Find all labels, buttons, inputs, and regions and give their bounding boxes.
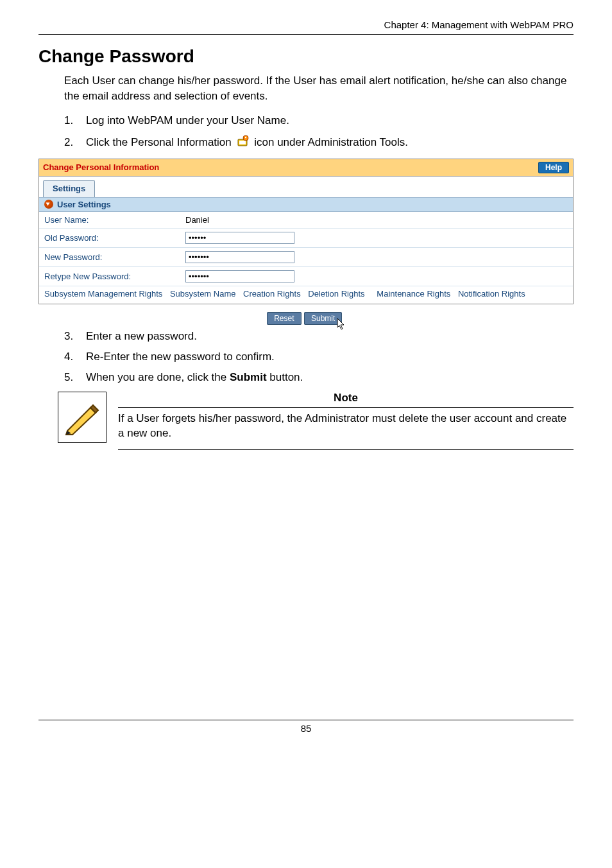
retype-password-input[interactable] (185, 270, 294, 282)
new-password-input[interactable] (185, 251, 294, 263)
step-number: 5. (64, 371, 86, 384)
col-maintenance-rights: Maintenance Rights (377, 289, 450, 299)
col-subsystem-name: Subsystem Name (170, 289, 236, 299)
personal-information-icon (236, 135, 250, 151)
expand-icon[interactable] (44, 200, 53, 209)
step-text: When you are done, click the Submit butt… (86, 371, 574, 384)
reset-button[interactable]: Reset (267, 312, 301, 325)
col-mgmt-rights: Subsystem Management Rights (44, 289, 162, 299)
note-heading: Note (118, 392, 574, 407)
panel-title: Change Personal Information (43, 162, 159, 172)
chapter-breadcrumb: Chapter 4: Management with WebPAM PRO (38, 19, 574, 35)
step-number: 1. (64, 114, 86, 127)
page-title: Change Password (38, 46, 574, 67)
username-label: User Name: (39, 212, 180, 229)
page-number: 85 (38, 720, 574, 734)
step-text: Click the Personal Information icon unde… (86, 135, 574, 151)
old-password-label: Old Password: (39, 228, 180, 247)
step-number: 3. (64, 330, 86, 343)
retype-password-label: Retype New Password: (39, 266, 180, 286)
step-number: 2. (64, 136, 86, 149)
note-icon (58, 392, 106, 443)
col-deletion-rights: Deletion Rights (308, 289, 364, 299)
old-password-input[interactable] (185, 232, 294, 244)
step-text: Re-Enter the new password to confirm. (86, 351, 574, 363)
tab-settings[interactable]: Settings (43, 180, 95, 197)
rights-row: Subsystem Management Rights Subsystem Na… (39, 286, 573, 304)
step-text: Enter a new password. (86, 330, 574, 343)
col-notification-rights: Notification Rights (458, 289, 525, 299)
new-password-label: New Password: (39, 247, 180, 266)
step-text: Log into WebPAM under your User Name. (86, 114, 574, 127)
svg-marker-4 (66, 408, 96, 435)
help-button[interactable]: Help (538, 162, 569, 173)
username-value: Daniel (180, 212, 573, 229)
step-number: 4. (64, 351, 86, 363)
col-creation-rights: Creation Rights (243, 289, 301, 299)
note-text: If a User forgets his/her password, the … (118, 407, 574, 451)
svg-rect-1 (239, 141, 246, 144)
intro-paragraph: Each User can change his/her password. I… (64, 73, 574, 104)
svg-point-3 (244, 136, 246, 137)
section-title: User Settings (57, 200, 111, 209)
settings-panel: Change Personal Information Help Setting… (38, 159, 574, 304)
